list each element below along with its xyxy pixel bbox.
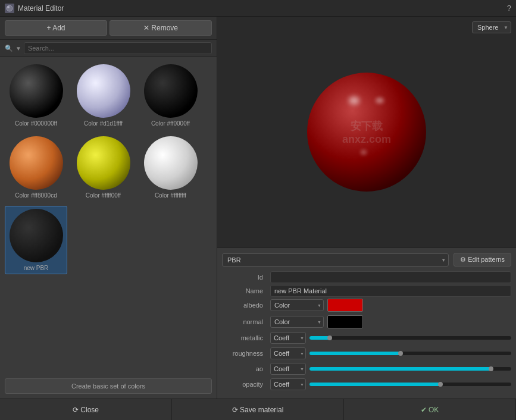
- metallic-coeff-select[interactable]: Coeff: [270, 332, 306, 344]
- close-button[interactable]: ⟳ Close: [0, 399, 172, 420]
- albedo-type-wrap: Color Texture ▼: [270, 299, 324, 311]
- opacity-label: opacity: [222, 381, 267, 388]
- search-icon: 🔍: [5, 45, 13, 52]
- metallic-coeff-wrap: Coeff ▼: [270, 332, 306, 344]
- roughness-row: roughness Coeff ▼: [222, 347, 511, 359]
- normal-label: normal: [222, 318, 267, 325]
- roughness-coeff-select[interactable]: Coeff: [270, 347, 306, 359]
- search-input[interactable]: [24, 42, 212, 54]
- name-row: Name: [222, 285, 511, 297]
- shader-select[interactable]: PBR Phong Unlit: [222, 253, 449, 267]
- ao-coeff-wrap: Coeff ▼: [270, 363, 306, 375]
- ao-controls: Coeff ▼: [270, 363, 511, 375]
- roughness-fill: [309, 352, 401, 355]
- id-input[interactable]: [270, 271, 511, 283]
- material-label: Color #d1d1ffff: [84, 120, 123, 127]
- ao-row: ao Coeff ▼: [222, 363, 511, 375]
- roughness-thumb: [398, 351, 403, 356]
- help-button[interactable]: ?: [507, 4, 511, 12]
- material-item[interactable]: Color #ff8000cd: [5, 134, 67, 201]
- shape-select[interactable]: Sphere Cube Plane: [472, 21, 511, 33]
- normal-row: normal Color Texture ▼: [222, 315, 511, 328]
- app-icon: [5, 4, 14, 13]
- material-ball: [10, 64, 63, 118]
- roughness-label: roughness: [222, 350, 267, 357]
- roughness-controls: Coeff ▼: [270, 347, 511, 359]
- material-label: new PBR: [24, 265, 49, 271]
- normal-type-select[interactable]: Color Texture: [270, 316, 324, 328]
- opacity-coeff-select[interactable]: Coeff: [270, 378, 306, 390]
- albedo-row: albedo Color Texture ▼: [222, 299, 511, 312]
- metallic-thumb: [327, 336, 332, 340]
- remove-button[interactable]: ✕ Remove: [110, 20, 212, 36]
- material-label: Color #ff8000cd: [15, 192, 57, 199]
- add-button[interactable]: + Add: [5, 20, 107, 36]
- material-item[interactable]: Color #ff0000ff: [139, 62, 202, 129]
- material-ball: [10, 136, 63, 190]
- ao-fill: [309, 367, 491, 371]
- material-ball: [77, 136, 130, 190]
- opacity-row: opacity Coeff ▼: [222, 378, 511, 390]
- opacity-slider[interactable]: [309, 383, 511, 386]
- filter-icon[interactable]: ▼: [15, 45, 21, 52]
- svg-point-1: [7, 5, 12, 11]
- normal-type-wrap: Color Texture ▼: [270, 316, 324, 328]
- ao-coeff-select[interactable]: Coeff: [270, 363, 306, 375]
- material-ball: [144, 136, 198, 190]
- material-item[interactable]: Color #ffffffff: [139, 134, 202, 201]
- search-bar: 🔍 ▼: [0, 40, 217, 57]
- material-item[interactable]: Color #d1d1ffff: [72, 62, 135, 129]
- sphere-preview: [307, 73, 426, 192]
- material-item[interactable]: Color #000000ff: [5, 62, 67, 129]
- metallic-controls: Coeff ▼: [270, 332, 511, 344]
- material-toolbar: + Add ✕ Remove: [0, 17, 217, 40]
- shader-row: PBR Phong Unlit ▼ ⚙ Edit patterns: [222, 253, 511, 267]
- material-item-selected[interactable]: new PBR: [5, 206, 67, 274]
- metallic-row: metallic Coeff ▼: [222, 332, 511, 344]
- right-panel: Sphere Cube Plane ▼ 安下载anxz.com PBR: [217, 17, 516, 399]
- name-label: Name: [222, 287, 267, 294]
- properties-area: PBR Phong Unlit ▼ ⚙ Edit patterns Id Nam…: [217, 247, 516, 399]
- albedo-color-swatch[interactable]: [327, 299, 363, 312]
- ao-thumb: [489, 366, 493, 371]
- opacity-fill: [309, 383, 440, 386]
- normal-color-swatch[interactable]: [327, 315, 363, 328]
- material-ball: [10, 209, 63, 262]
- material-label: Color #000000ff: [15, 120, 57, 127]
- left-panel: + Add ✕ Remove 🔍 ▼ Color #000000ff Color…: [0, 17, 217, 399]
- edit-patterns-button[interactable]: ⚙ Edit patterns: [454, 253, 511, 267]
- roughness-coeff-wrap: Coeff ▼: [270, 347, 306, 359]
- highlight2: [376, 98, 384, 104]
- preview-area: Sphere Cube Plane ▼ 安下载anxz.com: [217, 17, 516, 247]
- metallic-label: metallic: [222, 334, 267, 341]
- save-material-button[interactable]: ⟳ Save material: [172, 399, 344, 420]
- ok-button[interactable]: ✔ OK: [344, 399, 516, 420]
- create-basic-set-button[interactable]: Create basic set of colors: [5, 378, 212, 394]
- albedo-type-select[interactable]: Color Texture: [270, 299, 324, 311]
- id-label: Id: [222, 274, 267, 281]
- shape-select-wrap: Sphere Cube Plane ▼: [472, 21, 511, 33]
- albedo-controls: Color Texture ▼: [270, 299, 511, 312]
- opacity-thumb: [438, 382, 443, 387]
- metallic-fill: [309, 336, 330, 340]
- materials-grid: Color #000000ff Color #d1d1ffff Color #f…: [0, 57, 217, 374]
- material-ball: [77, 64, 130, 118]
- material-label: Color #ffff00ff: [86, 192, 121, 199]
- material-label: Color #ffffffff: [155, 192, 186, 199]
- material-ball: [144, 64, 198, 118]
- ao-label: ao: [222, 365, 267, 372]
- id-row: Id: [222, 271, 511, 283]
- titlebar: Material Editor ?: [0, 0, 516, 17]
- ao-slider[interactable]: [309, 367, 511, 371]
- normal-controls: Color Texture ▼: [270, 315, 511, 328]
- opacity-coeff-wrap: Coeff ▼: [270, 378, 306, 390]
- material-label: Color #ff0000ff: [151, 120, 190, 127]
- albedo-label: albedo: [222, 302, 267, 309]
- highlight1: [349, 96, 359, 105]
- roughness-slider[interactable]: [309, 352, 511, 355]
- main-layout: + Add ✕ Remove 🔍 ▼ Color #000000ff Color…: [0, 17, 516, 399]
- opacity-controls: Coeff ▼: [270, 378, 511, 390]
- material-item[interactable]: Color #ffff00ff: [72, 134, 135, 201]
- name-input[interactable]: [270, 285, 511, 297]
- metallic-slider[interactable]: [309, 336, 511, 340]
